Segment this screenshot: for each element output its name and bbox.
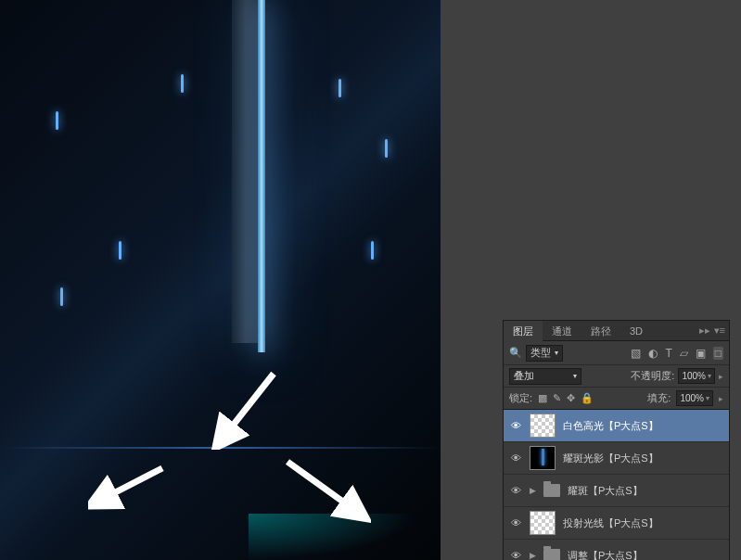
canvas-light-dot — [119, 241, 121, 260]
lock-transparency-icon[interactable]: ▩ — [538, 392, 547, 404]
opacity-label: 不透明度: — [631, 369, 674, 383]
expand-toggle-icon[interactable]: ▶ — [530, 486, 536, 495]
chevron-down-icon: ▾ — [708, 372, 711, 380]
layer-name[interactable]: 投射光线【P大点S】 — [563, 516, 658, 530]
canvas-light-dot — [371, 241, 374, 260]
annotation-arrow — [209, 366, 283, 450]
visibility-eye-icon[interactable]: 👁 — [509, 485, 522, 496]
canvas-light-dot — [385, 139, 388, 158]
layer-row[interactable]: 👁▶耀斑【P大点S】 — [504, 475, 729, 507]
filter-pixel-icon[interactable]: ▧ — [631, 347, 641, 360]
canvas-light-dot — [56, 111, 58, 130]
folder-icon — [543, 549, 560, 560]
lock-all-icon[interactable]: 🔒 — [581, 392, 594, 404]
layer-filter-row: 🔍 类型 ▾ ▧ ◐ T ▱ ▣ □ — [504, 341, 729, 365]
layer-name[interactable]: 调整【P大点S】 — [568, 549, 643, 561]
svg-line-2 — [287, 462, 357, 512]
scrubby-icon[interactable]: ▸ — [719, 394, 723, 403]
blend-mode-dropdown[interactable]: 叠加 ▾ — [509, 368, 581, 385]
search-icon: 🔍 — [509, 347, 522, 359]
filter-text-icon[interactable]: T — [665, 347, 671, 360]
lock-position-icon[interactable]: ✥ — [567, 392, 575, 404]
blend-mode-value: 叠加 — [514, 369, 534, 383]
panel-tabs: 图层 通道 路径 3D ▸▸ ▾≡ — [504, 321, 729, 341]
layer-name[interactable]: 白色高光【P大点S】 — [563, 419, 658, 433]
annotation-arrow — [88, 459, 172, 515]
svg-line-0 — [223, 374, 274, 439]
filter-type-dropdown[interactable]: 类型 ▾ — [526, 345, 563, 362]
folder-icon — [543, 484, 560, 497]
canvas-light-slit — [258, 0, 265, 352]
layer-thumbnail[interactable] — [530, 446, 556, 470]
filter-toggle-switch[interactable]: □ — [713, 347, 723, 360]
collapse-icon[interactable]: ▸▸ — [699, 325, 710, 337]
filter-label: 类型 — [530, 346, 551, 360]
layers-list: 👁白色高光【P大点S】👁耀斑光影【P大点S】👁▶耀斑【P大点S】👁投射光线【P大… — [504, 410, 729, 560]
chevron-down-icon: ▾ — [706, 394, 709, 402]
lock-row: 锁定: ▩ ✎ ✥ 🔒 填充: 100% ▾ ▸ — [504, 388, 729, 410]
canvas-light-dot — [339, 79, 341, 97]
layer-name[interactable]: 耀斑【P大点S】 — [568, 484, 643, 498]
visibility-eye-icon[interactable]: 👁 — [509, 452, 522, 464]
layer-row[interactable]: 👁▶调整【P大点S】 — [504, 540, 729, 560]
canvas-light-dot — [60, 287, 63, 306]
lock-label: 锁定: — [509, 391, 532, 405]
layers-panel: 图层 通道 路径 3D ▸▸ ▾≡ 🔍 类型 ▾ ▧ ◐ T ▱ ▣ □ 叠加 … — [503, 320, 730, 560]
canvas-preview[interactable] — [0, 0, 441, 560]
canvas-light-dot — [181, 74, 184, 93]
visibility-eye-icon[interactable]: 👁 — [509, 517, 522, 528]
lock-pixels-icon[interactable]: ✎ — [553, 392, 561, 404]
layer-row[interactable]: 👁投射光线【P大点S】 — [504, 507, 729, 540]
tab-layers[interactable]: 图层 — [504, 321, 543, 341]
tab-paths[interactable]: 路径 — [581, 321, 620, 341]
tab-3d[interactable]: 3D — [620, 321, 652, 341]
opacity-value: 100% — [682, 371, 706, 381]
fill-input[interactable]: 100% ▾ — [676, 390, 713, 406]
fill-value: 100% — [680, 393, 704, 403]
opacity-input[interactable]: 100% ▾ — [678, 368, 715, 384]
expand-toggle-icon[interactable]: ▶ — [530, 551, 536, 560]
layer-thumbnail[interactable] — [530, 414, 556, 438]
tab-channels[interactable]: 通道 — [543, 321, 581, 341]
layer-row[interactable]: 👁白色高光【P大点S】 — [504, 410, 729, 442]
visibility-eye-icon[interactable]: 👁 — [509, 420, 522, 431]
fill-label: 填充: — [647, 391, 671, 405]
filter-shape-icon[interactable]: ▱ — [680, 347, 688, 360]
svg-line-1 — [99, 468, 162, 501]
layer-row[interactable]: 👁耀斑光影【P大点S】 — [504, 442, 729, 475]
annotation-arrow — [278, 454, 371, 524]
filter-smart-icon[interactable]: ▣ — [696, 347, 706, 360]
panel-menu-icon[interactable]: ▾≡ — [714, 325, 725, 337]
chevron-down-icon: ▾ — [573, 372, 577, 380]
chevron-down-icon: ▾ — [555, 349, 558, 357]
blend-mode-row: 叠加 ▾ 不透明度: 100% ▾ ▸ — [504, 365, 729, 388]
visibility-eye-icon[interactable]: 👁 — [509, 550, 522, 560]
layer-thumbnail[interactable] — [530, 511, 556, 535]
filter-adjust-icon[interactable]: ◐ — [648, 347, 658, 360]
layer-name[interactable]: 耀斑光影【P大点S】 — [563, 452, 658, 465]
canvas-pillar — [232, 0, 260, 343]
scrubby-icon[interactable]: ▸ — [719, 372, 723, 381]
